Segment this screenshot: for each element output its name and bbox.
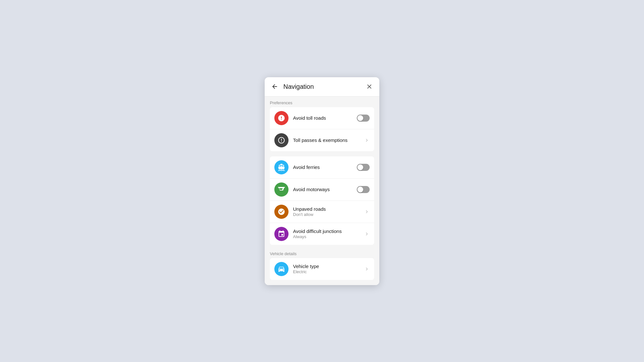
avoid-toll-roads-item[interactable]: Avoid toll roads (270, 107, 374, 129)
vehicle-type-title: Vehicle type (293, 264, 364, 269)
toll-passes-icon (278, 136, 285, 144)
back-button[interactable] (270, 82, 279, 91)
avoid-toll-roads-icon-circle (274, 111, 289, 125)
unpaved-roads-chevron (364, 209, 370, 215)
ferry-icon (278, 163, 285, 171)
unpaved-roads-title: Unpaved roads (293, 206, 364, 212)
junction-icon (278, 230, 285, 238)
avoid-motorways-item[interactable]: Avoid motorways (270, 179, 374, 201)
vehicle-type-icon-circle (274, 262, 289, 276)
route-card: Avoid ferries Avoid motorways (270, 156, 374, 245)
route-section: Avoid ferries Avoid motorways (265, 156, 379, 250)
vehicle-card: Vehicle type Electric (270, 258, 374, 280)
vehicle-label: Vehicle details (270, 251, 374, 256)
toll-passes-item[interactable]: Toll passes & exemptions (270, 129, 374, 151)
toll-passes-chevron (364, 137, 370, 143)
toll-icon (278, 114, 285, 122)
avoid-motorways-text: Avoid motorways (293, 187, 357, 192)
avoid-ferries-text: Avoid ferries (293, 164, 357, 170)
back-icon (271, 83, 278, 90)
avoid-junctions-icon-circle (274, 227, 289, 241)
avoid-junctions-chevron (364, 231, 370, 237)
preferences-label: Preferences (270, 100, 374, 105)
close-button[interactable] (365, 82, 374, 91)
avoid-ferries-icon-circle (274, 160, 289, 174)
avoid-toll-roads-title: Avoid toll roads (293, 115, 357, 121)
avoid-toll-roads-text: Avoid toll roads (293, 115, 357, 121)
toll-passes-text: Toll passes & exemptions (293, 137, 364, 143)
avoid-motorways-title: Avoid motorways (293, 187, 357, 192)
avoid-junctions-title: Avoid difficult junctions (293, 228, 364, 234)
dialog-title: Navigation (283, 83, 365, 90)
unpaved-roads-item[interactable]: Unpaved roads Don't allow (270, 201, 374, 223)
unpaved-icon (278, 208, 285, 216)
preferences-section: Preferences Avoid toll roads (265, 97, 379, 156)
vehicle-icon (278, 265, 285, 273)
toll-passes-icon-circle (274, 133, 289, 147)
vehicle-type-chevron (364, 266, 370, 272)
close-icon (366, 83, 373, 90)
avoid-ferries-title: Avoid ferries (293, 164, 357, 170)
avoid-ferries-toggle[interactable] (357, 164, 370, 171)
motorway-icon (278, 186, 285, 193)
avoid-junctions-subtitle: Always (293, 234, 364, 239)
unpaved-roads-icon-circle (274, 205, 289, 219)
avoid-motorways-toggle[interactable] (357, 186, 370, 193)
avoid-ferries-item[interactable]: Avoid ferries (270, 156, 374, 179)
unpaved-roads-text: Unpaved roads Don't allow (293, 206, 364, 217)
avoid-motorways-icon-circle (274, 182, 289, 197)
avoid-junctions-text: Avoid difficult junctions Always (293, 228, 364, 239)
navigation-dialog: Navigation Preferences Avoid toll roads (265, 77, 379, 285)
vehicle-section: Vehicle details Vehicle type Electric (265, 250, 379, 285)
vehicle-type-text: Vehicle type Electric (293, 264, 364, 274)
vehicle-type-subtitle: Electric (293, 269, 364, 274)
toll-passes-title: Toll passes & exemptions (293, 137, 364, 143)
dialog-header: Navigation (265, 77, 379, 97)
avoid-junctions-item[interactable]: Avoid difficult junctions Always (270, 223, 374, 245)
avoid-toll-roads-toggle[interactable] (357, 115, 370, 122)
preferences-card: Avoid toll roads Toll passes & exemption… (270, 107, 374, 151)
unpaved-roads-subtitle: Don't allow (293, 212, 364, 217)
vehicle-type-item[interactable]: Vehicle type Electric (270, 258, 374, 280)
